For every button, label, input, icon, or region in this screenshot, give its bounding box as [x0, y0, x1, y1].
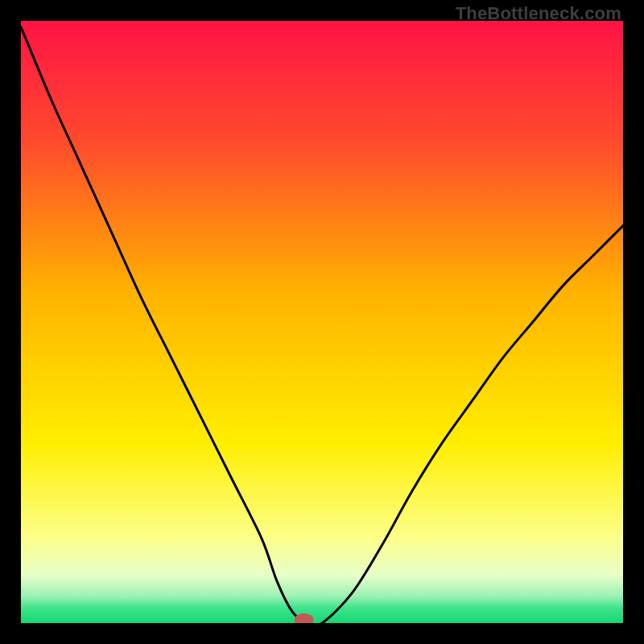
watermark-text: TheBottleneck.com — [456, 3, 621, 24]
bottleneck-curve-chart — [21, 21, 623, 623]
